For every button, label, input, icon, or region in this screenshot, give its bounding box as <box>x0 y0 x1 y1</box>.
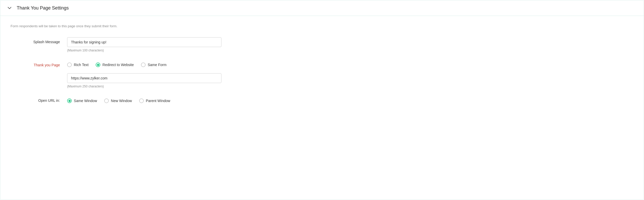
radio-option-same-window[interactable]: Same Window <box>67 98 97 103</box>
splash-message-row: Splash Message (Maximum 100 characters) <box>11 37 633 52</box>
radio-circle-new-window <box>104 98 109 103</box>
radio-option-redirect[interactable]: Redirect to Website <box>96 62 134 67</box>
thank-you-page-settings-panel: Thank You Page Settings Form respondents… <box>0 0 644 200</box>
radio-label-new-window: New Window <box>111 99 132 103</box>
panel-subtitle: Form respondents will be taken to this p… <box>11 24 633 28</box>
radio-option-same-form[interactable]: Same Form <box>141 62 166 67</box>
panel-header: Thank You Page Settings <box>0 0 644 16</box>
url-section: (Maximum 250 characters) <box>67 73 221 88</box>
open-url-row: Open URL in: Same Window New Window Pare… <box>11 96 633 103</box>
panel-title: Thank You Page Settings <box>17 5 69 11</box>
radio-label-redirect: Redirect to Website <box>102 63 134 67</box>
radio-option-rich-text[interactable]: Rich Text <box>67 62 88 67</box>
open-url-label: Open URL in: <box>11 96 67 103</box>
radio-option-new-window[interactable]: New Window <box>104 98 132 103</box>
splash-message-content: (Maximum 100 characters) <box>67 37 221 52</box>
thank-you-page-content: Rich Text Redirect to Website Same Form … <box>67 60 221 88</box>
thank-you-page-radio-group: Rich Text Redirect to Website Same Form <box>67 60 221 67</box>
splash-message-hint: (Maximum 100 characters) <box>67 49 221 52</box>
radio-option-parent-window[interactable]: Parent Window <box>139 98 170 103</box>
radio-circle-rich-text <box>67 62 72 67</box>
radio-label-same-window: Same Window <box>74 99 97 103</box>
radio-circle-same-window <box>67 98 72 103</box>
radio-circle-same-form <box>141 62 146 67</box>
radio-label-parent-window: Parent Window <box>146 99 170 103</box>
panel-body: Form respondents will be taken to this p… <box>0 16 644 111</box>
thank-you-page-label: Thank you Page <box>11 60 67 67</box>
splash-message-label: Splash Message <box>11 37 67 44</box>
thank-you-page-row: Thank you Page Rich Text Redirect to Web… <box>11 60 633 88</box>
radio-label-rich-text: Rich Text <box>74 63 88 67</box>
radio-circle-redirect <box>96 62 100 67</box>
radio-label-same-form: Same Form <box>148 63 166 67</box>
url-input[interactable] <box>67 73 221 83</box>
open-url-radio-group: Same Window New Window Parent Window <box>67 96 221 103</box>
splash-message-input[interactable] <box>67 37 221 47</box>
open-url-content: Same Window New Window Parent Window <box>67 96 221 103</box>
radio-circle-parent-window <box>139 98 144 103</box>
url-hint: (Maximum 250 characters) <box>67 85 221 88</box>
collapse-icon[interactable] <box>6 5 13 11</box>
